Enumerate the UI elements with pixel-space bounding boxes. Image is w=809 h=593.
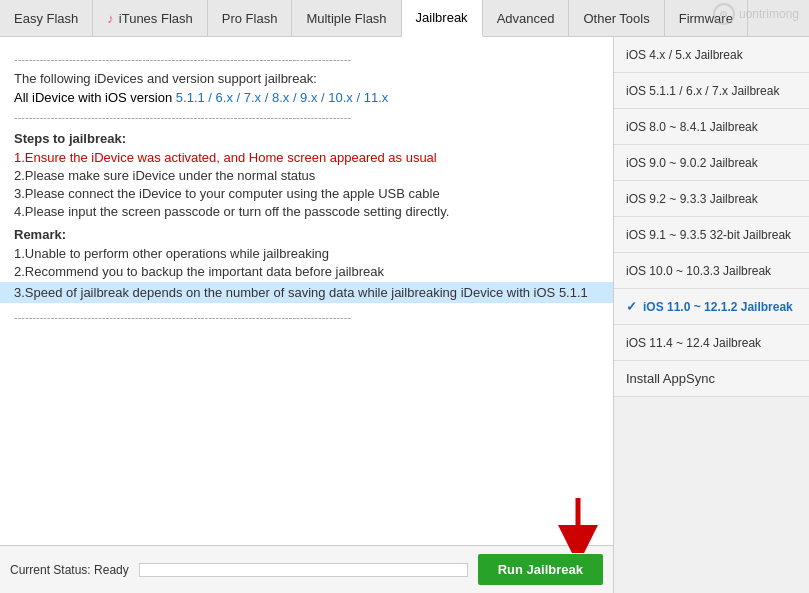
check-icon: ✓	[626, 299, 637, 314]
tab-multiple-flash-label: Multiple Flash	[306, 11, 386, 26]
sidebar-item-ios91[interactable]: iOS 9.1 ~ 9.3.5 32-bit Jailbreak	[614, 217, 809, 253]
tab-itunes-flash-label: iTunes Flash	[119, 11, 193, 26]
divider-1: ----------------------------------------…	[14, 53, 599, 65]
content-area: ----------------------------------------…	[0, 37, 614, 593]
sidebar-item-ios110-label: iOS 11.0 ~ 12.1.2 Jailbreak	[643, 300, 793, 314]
tab-easy-flash[interactable]: Easy Flash	[0, 0, 93, 36]
tab-advanced[interactable]: Advanced	[483, 0, 570, 36]
remark-3: 3.Speed of jailbreak depends on the numb…	[0, 282, 613, 303]
scroll-content: ----------------------------------------…	[0, 37, 613, 545]
watermark-text: uontrimong	[739, 7, 799, 21]
sidebar-install-appsync-label: Install AppSync	[626, 371, 715, 386]
right-sidebar: iOS 4.x / 5.x Jailbreak iOS 5.1.1 / 6.x …	[614, 37, 809, 593]
sidebar-item-ios4-label: iOS 4.x / 5.x Jailbreak	[626, 48, 743, 62]
tab-easy-flash-label: Easy Flash	[14, 11, 78, 26]
sidebar-item-ios80[interactable]: iOS 8.0 ~ 8.4.1 Jailbreak	[614, 109, 809, 145]
step-1: 1.Ensure the iDevice was activated, and …	[14, 150, 599, 165]
ios-version-link[interactable]: 5.1.1 / 6.x / 7.x / 8.x / 9.x / 10.x / 1…	[176, 90, 388, 105]
divider-3: ----------------------------------------…	[14, 311, 599, 323]
sidebar-item-ios110[interactable]: ✓ iOS 11.0 ~ 12.1.2 Jailbreak	[614, 289, 809, 325]
watermark-circle: ⚙	[713, 3, 735, 25]
sidebar-item-ios100-label: iOS 10.0 ~ 10.3.3 Jailbreak	[626, 264, 771, 278]
sidebar-item-ios114-label: iOS 11.4 ~ 12.4 Jailbreak	[626, 336, 761, 350]
sidebar-item-ios4[interactable]: iOS 4.x / 5.x Jailbreak	[614, 37, 809, 73]
tab-pro-flash[interactable]: Pro Flash	[208, 0, 293, 36]
step-2: 2.Please make sure iDevice under the nor…	[14, 168, 599, 183]
support-text-prefix: All iDevice with iOS version	[14, 90, 176, 105]
sidebar-item-ios100[interactable]: iOS 10.0 ~ 10.3.3 Jailbreak	[614, 253, 809, 289]
main-layout: ----------------------------------------…	[0, 37, 809, 593]
tab-multiple-flash[interactable]: Multiple Flash	[292, 0, 401, 36]
sidebar-item-ios91-label: iOS 9.1 ~ 9.3.5 32-bit Jailbreak	[626, 228, 791, 242]
tab-bar: Easy Flash ♪ iTunes Flash Pro Flash Mult…	[0, 0, 809, 37]
step-3: 3.Please connect the iDevice to your com…	[14, 186, 599, 201]
status-label: Current Status: Ready	[10, 563, 129, 577]
steps-title: Steps to jailbreak:	[14, 131, 599, 146]
tab-advanced-label: Advanced	[497, 11, 555, 26]
tab-itunes-flash[interactable]: ♪ iTunes Flash	[93, 0, 207, 36]
sidebar-item-install-appsync[interactable]: Install AppSync	[614, 361, 809, 397]
sidebar-item-ios90[interactable]: iOS 9.0 ~ 9.0.2 Jailbreak	[614, 145, 809, 181]
remark-1: 1.Unable to perform other operations whi…	[14, 246, 599, 261]
support-text: All iDevice with iOS version 5.1.1 / 6.x…	[14, 90, 599, 105]
remark-2: 2.Recommend you to backup the important …	[14, 264, 599, 279]
watermark: ⚙ uontrimong	[713, 3, 799, 25]
tab-other-tools-label: Other Tools	[583, 11, 649, 26]
status-bar: Current Status: Ready Run Jailbreak	[0, 545, 613, 593]
sidebar-item-ios511[interactable]: iOS 5.1.1 / 6.x / 7.x Jailbreak	[614, 73, 809, 109]
run-jailbreak-button[interactable]: Run Jailbreak	[478, 554, 603, 585]
step-4: 4.Please input the screen passcode or tu…	[14, 204, 599, 219]
progress-bar	[139, 563, 468, 577]
tab-jailbreak-label: Jailbreak	[416, 10, 468, 25]
sidebar-item-ios92[interactable]: iOS 9.2 ~ 9.3.3 Jailbreak	[614, 181, 809, 217]
tab-other-tools[interactable]: Other Tools	[569, 0, 664, 36]
sidebar-item-ios511-label: iOS 5.1.1 / 6.x / 7.x Jailbreak	[626, 84, 779, 98]
itunes-icon: ♪	[107, 11, 114, 26]
sidebar-item-ios80-label: iOS 8.0 ~ 8.4.1 Jailbreak	[626, 120, 758, 134]
support-title: The following iDevices and version suppo…	[14, 71, 599, 86]
sidebar-item-ios114[interactable]: iOS 11.4 ~ 12.4 Jailbreak	[614, 325, 809, 361]
remark-title: Remark:	[14, 227, 599, 242]
divider-2: ----------------------------------------…	[14, 111, 599, 123]
tab-pro-flash-label: Pro Flash	[222, 11, 278, 26]
sidebar-item-ios92-label: iOS 9.2 ~ 9.3.3 Jailbreak	[626, 192, 758, 206]
tab-jailbreak[interactable]: Jailbreak	[402, 0, 483, 37]
sidebar-item-ios90-label: iOS 9.0 ~ 9.0.2 Jailbreak	[626, 156, 758, 170]
